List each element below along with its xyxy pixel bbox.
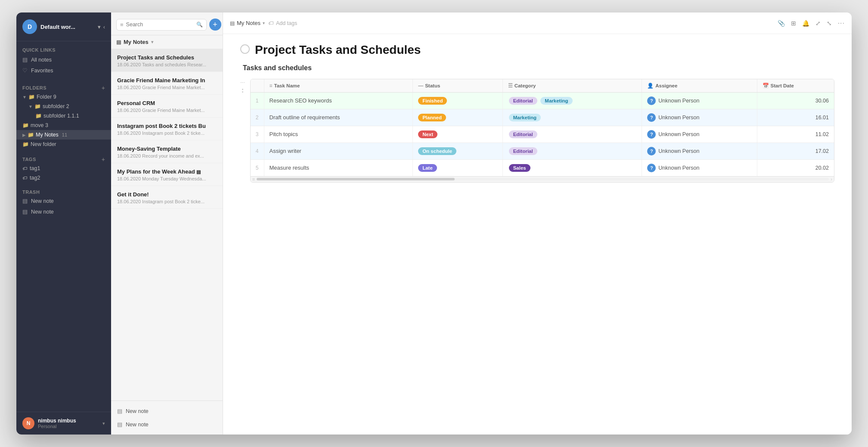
sidebar-item-all-notes[interactable]: ▤ All notes xyxy=(16,54,111,65)
my-notes-row[interactable]: ▶ 📁 My Notes 11 xyxy=(16,130,111,140)
table-row: 2 Draft outline of requirements Planned … xyxy=(251,109,834,126)
user-menu-arrow[interactable]: ▾ xyxy=(102,421,105,426)
plus-icon: ▤ xyxy=(117,421,122,428)
move-3-row[interactable]: 📁 move 3 xyxy=(16,121,111,130)
th-task-icon: ≡ xyxy=(270,83,273,89)
more-icon[interactable]: ··· xyxy=(838,19,845,27)
table-scroll-bar[interactable]: ≡ › xyxy=(251,176,834,182)
folder-small-icon: ▤ xyxy=(116,39,121,45)
status-badge: On schedule xyxy=(418,147,456,155)
new-folder-row[interactable]: 📁 New folder xyxy=(16,140,111,149)
note-item-title: Gracie Friend Maine Marketing In xyxy=(117,77,217,84)
status-badge: Next xyxy=(418,130,437,138)
task-name-cell: Draft outline of requirements xyxy=(264,109,413,126)
add-note-button[interactable]: + xyxy=(209,19,221,31)
note-icon: ▤ xyxy=(22,198,28,204)
status-cell: Planned xyxy=(413,109,503,126)
subfolder-1-1-1-row[interactable]: 📁 subfolder 1.1.1 xyxy=(16,111,111,121)
quick-links-section: Quick Links ▤ All notes ♡ Favorites xyxy=(16,41,111,78)
task-name-cell: Measure results xyxy=(264,159,413,176)
heart-icon: ♡ xyxy=(22,67,28,74)
folder-icon: 📁 xyxy=(28,132,34,138)
filter-rows-icon[interactable]: ≡ xyxy=(252,177,255,182)
trash-header: Trash xyxy=(16,187,111,196)
search-input[interactable] xyxy=(126,22,194,28)
chevron-down-icon[interactable]: ▾ xyxy=(98,24,101,30)
date-cell: 20.02 xyxy=(757,159,834,176)
folder-9-row[interactable]: ▼ 📁 Folder 9 xyxy=(16,92,111,102)
main-body: Project Tasks and Schedules Tasks and sc… xyxy=(223,34,852,435)
note-item-title: Instagram post Book 2 tickets Bu xyxy=(117,123,217,129)
attach-icon[interactable]: 📎 xyxy=(778,20,785,27)
th-status[interactable]: —Status xyxy=(413,79,503,93)
th-category[interactable]: ☰Category xyxy=(502,79,642,93)
status-badge: Finished xyxy=(418,97,447,105)
assignee-name: Unknown Person xyxy=(658,148,699,154)
assignee-avatar: ? xyxy=(647,96,656,105)
th-start-date[interactable]: 📅Start Date xyxy=(757,79,834,93)
assignee-name: Unknown Person xyxy=(658,131,699,137)
list-item[interactable]: Instagram post Book 2 tickets Bu 18.06.2… xyxy=(111,118,223,140)
list-item[interactable]: Project Tasks and Schedules 18.06.2020 T… xyxy=(111,49,223,72)
sidebar-item-trash-note2[interactable]: ▤ New note xyxy=(16,206,111,217)
date-cell: 16.01 xyxy=(757,109,834,126)
note-check-circle[interactable] xyxy=(240,44,250,54)
list-item[interactable]: Money-Saving Template 18.06.2020 Record … xyxy=(111,140,223,163)
note-item-title: Personal CRM xyxy=(117,100,217,106)
assignee-avatar: ? xyxy=(647,164,656,172)
note-header-area: Project Tasks and Schedules xyxy=(240,43,834,57)
expand-icon[interactable]: ⤡ xyxy=(827,20,832,27)
new-note-button-1[interactable]: ▤ New note xyxy=(111,404,223,418)
list-item[interactable]: My Plans for the Week Ahead ▤ 18.06.2020… xyxy=(111,163,223,186)
sidebar-item-tag2[interactable]: 🏷 tag2 xyxy=(16,173,111,183)
bell-icon[interactable]: 🔔 xyxy=(802,20,809,27)
note-item-meta: 18.06.2020 Tasks and schedules Resear... xyxy=(117,62,217,67)
tags-title: Tags xyxy=(22,157,36,162)
quick-links-title: Quick Links xyxy=(16,46,111,54)
date-cell: 17.02 xyxy=(757,143,834,159)
sidebar-item-trash-note1[interactable]: ▤ New note xyxy=(16,196,111,206)
note-item-meta: 18.06.2020 Monday Tuesday Wednesda... xyxy=(117,176,217,181)
th-assignee[interactable]: 👤Assignee xyxy=(642,79,757,93)
plus-icon: ▤ xyxy=(117,408,122,414)
grid-icon[interactable]: ⊞ xyxy=(791,20,796,27)
close-panel-icon[interactable]: ‹ xyxy=(103,24,105,30)
more-options-icon[interactable]: ··· xyxy=(240,79,245,85)
status-badge: Late xyxy=(418,164,437,172)
subfolder-2-row[interactable]: ▼ 📁 subfolder 2 xyxy=(16,102,111,111)
list-item[interactable]: Gracie Friend Maine Marketing In 18.06.2… xyxy=(111,72,223,95)
assignee-cell: ? Unknown Person xyxy=(642,159,757,176)
sidebar-item-favorites[interactable]: ♡ Favorites xyxy=(16,65,111,76)
list-item[interactable]: Get it Done! 18.06.2020 Instagram post B… xyxy=(111,186,223,209)
expand-arrow-icon: ▼ xyxy=(22,95,27,99)
list-item[interactable]: Personal CRM 18.06.2020 Gracie Friend Ma… xyxy=(111,95,223,118)
search-icon: 🔍 xyxy=(196,22,203,28)
th-task-name[interactable]: ≡Task Name xyxy=(264,79,413,93)
main-content: ▤ My Notes ▾ 🏷 Add tags 📎 ⊞ 🔔 ⤢ ⤡ ··· xyxy=(223,12,852,435)
add-folder-button[interactable]: + xyxy=(102,84,105,91)
assignee-cell: ? Unknown Person xyxy=(642,126,757,143)
filter-icon: ≡ xyxy=(120,22,124,28)
note-item-meta: 18.06.2020 Record your income and ex... xyxy=(117,153,217,158)
th-status-icon: — xyxy=(418,83,423,89)
add-tags-area[interactable]: 🏷 Add tags xyxy=(268,20,297,26)
scroll-right-icon[interactable]: › xyxy=(831,177,832,182)
share-icon[interactable]: ⤢ xyxy=(815,20,821,27)
add-tag-button[interactable]: + xyxy=(102,156,105,163)
table-row: 3 Pitch topics Next Editorial xyxy=(251,126,834,143)
middle-header: ≡ 🔍 + xyxy=(111,12,223,35)
table-row: 1 Research SEO keywords Finished Editori… xyxy=(251,92,834,109)
sidebar-item-tag1[interactable]: 🏷 tag1 xyxy=(16,164,111,173)
folders-header: Folders + xyxy=(16,82,111,92)
date-cell: 30.06 xyxy=(757,92,834,109)
middle-panel: ≡ 🔍 + ▤ My Notes ▾ Project Tasks and Sch… xyxy=(111,12,223,435)
th-category-icon: ☰ xyxy=(508,83,513,89)
folder-icon: 📁 xyxy=(35,113,42,119)
middle-footer: ▤ New note ▤ New note xyxy=(111,400,223,435)
chevron-down-icon[interactable]: ▾ xyxy=(151,40,153,44)
note-icon: ▤ xyxy=(22,208,28,215)
status-badge: Planned xyxy=(418,114,446,121)
tag-icon: 🏷 xyxy=(268,20,274,26)
chevron-down-icon[interactable]: ▾ xyxy=(263,21,265,25)
new-note-button-2[interactable]: ▤ New note xyxy=(111,418,223,431)
